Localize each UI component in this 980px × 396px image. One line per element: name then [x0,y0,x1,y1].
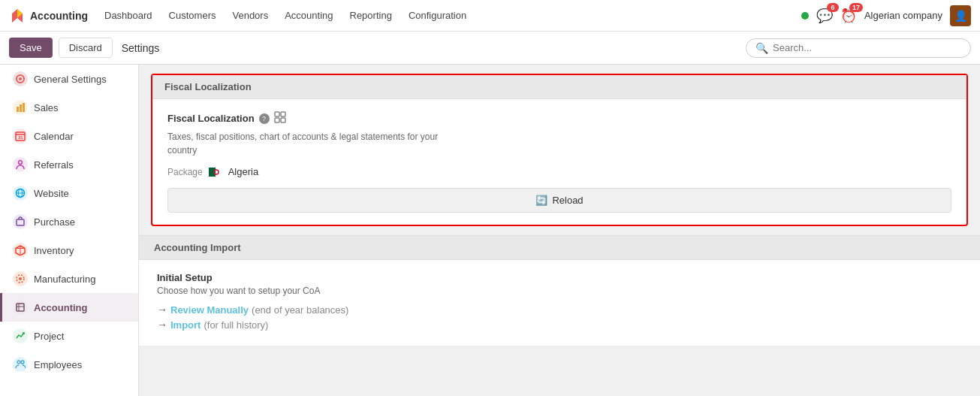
svg-text:31: 31 [18,135,23,140]
company-name[interactable]: Algerian company [864,10,942,21]
reload-button[interactable]: 🔄 Reload [167,188,951,213]
fiscal-box-content: Fiscal Localization ? Taxes, fiscal posi… [152,99,966,225]
brand-name: Accounting [30,10,88,22]
nav-accounting[interactable]: Accounting [277,6,340,25]
svg-rect-26 [281,112,285,116]
search-icon: 🔍 [755,42,768,54]
nav-reporting[interactable]: Reporting [342,6,400,25]
svg-rect-28 [281,118,285,122]
svg-point-18 [19,277,22,280]
app-logo[interactable]: Accounting [9,8,88,24]
search-input[interactable] [773,42,961,53]
general-settings-icon [13,71,28,86]
user-avatar[interactable]: 👤 [950,5,971,26]
sidebar-item-inventory[interactable]: Inventory [0,236,138,265]
fiscal-localization-box: Fiscal Localization Fiscal Localization … [151,74,968,226]
top-navigation: Accounting Dashboard Customers Vendors A… [0,0,980,32]
project-icon [13,328,28,343]
save-button[interactable]: Save [9,38,53,58]
svg-point-10 [19,161,23,165]
app-logo-icon [9,8,26,24]
package-value: Algeria [228,166,258,177]
accounting-import-title: Accounting Import [154,242,241,253]
manufacturing-icon [13,271,28,286]
chat-badge[interactable]: 💬 6 [816,8,833,24]
review-manually-link-item[interactable]: → Review Manually (end of year balances) [157,304,962,316]
sidebar-item-general-settings[interactable]: General Settings [0,65,138,93]
nav-customers[interactable]: Customers [161,6,224,25]
package-label: Package [167,167,203,177]
content-area: Fiscal Localization Fiscal Localization … [139,65,980,396]
employees-icon [13,357,28,372]
fiscal-section-header: Fiscal Localization [164,81,252,92]
import-link[interactable]: Import [170,319,201,331]
employees-label: Employees [34,359,82,370]
website-icon [13,186,28,201]
fiscal-title: Fiscal Localization [167,113,255,124]
svg-rect-5 [20,104,22,112]
review-manually-link[interactable]: Review Manually [170,304,249,316]
sales-icon [13,100,28,115]
sales-label: Sales [34,102,59,113]
sidebar-item-accounting[interactable]: Accounting [0,293,138,322]
sidebar-item-project[interactable]: Project [0,322,138,350]
status-dot [801,12,809,20]
svg-rect-25 [275,112,279,116]
grid-icon[interactable] [274,111,286,125]
nav-vendors[interactable]: Vendors [225,6,276,25]
sidebar-item-purchase[interactable]: Purchase [0,207,138,236]
referrals-label: Referrals [34,159,74,171]
sidebar-item-website[interactable]: Website [0,179,138,207]
sidebar-item-calendar[interactable]: 31 Calendar [0,122,138,150]
sidebar-item-referrals[interactable]: Referrals [0,150,138,179]
svg-rect-20 [17,304,24,311]
help-icon[interactable]: ? [259,113,270,124]
package-row: Package Algeria [167,166,951,177]
algeria-flag-icon [209,168,222,177]
general-settings-label: General Settings [34,74,107,85]
nav-menu: Dashboard Customers Vendors Accounting R… [97,6,798,25]
nav-dashboard[interactable]: Dashboard [97,6,160,25]
manufacturing-label: Manufacturing [34,274,95,285]
svg-rect-6 [23,103,25,112]
nav-right-area: 💬 6 ⏰ 17 Algerian company 👤 [801,5,971,26]
website-label: Website [34,188,69,199]
accounting-import-body: Initial Setup Choose how you want to set… [139,260,980,346]
main-layout: General Settings Sales 31 Calendar Refer… [0,65,980,396]
toolbar: Save Discard Settings 🔍 [0,32,980,65]
sidebar: General Settings Sales 31 Calendar Refer… [0,65,139,396]
calendar-icon: 31 [13,128,28,144]
import-link-item[interactable]: → Import (for full history) [157,319,962,331]
sidebar-item-manufacturing[interactable]: Manufacturing [0,265,138,293]
inventory-icon [13,243,28,258]
discard-button[interactable]: Discard [59,38,113,58]
sidebar-item-sales[interactable]: Sales [0,93,138,122]
clock-count: 17 [849,3,863,12]
reload-icon: 🔄 [535,195,547,206]
import-suffix: (for full history) [204,319,268,331]
review-arrow-icon: → [157,304,167,316]
clock-badge[interactable]: ⏰ 17 [840,8,857,24]
review-suffix: (end of year balances) [252,304,348,316]
svg-point-24 [21,361,24,364]
search-bar[interactable]: 🔍 [746,38,971,58]
referrals-icon [13,157,28,172]
svg-point-3 [19,77,22,80]
svg-rect-27 [275,118,279,122]
initial-setup-description: Choose how you want to setup your CoA [157,286,962,296]
accounting-import-header: Accounting Import [139,235,980,260]
purchase-label: Purchase [34,216,75,228]
svg-rect-14 [17,219,24,225]
fiscal-title-row: Fiscal Localization ? [167,111,951,125]
accounting-label: Accounting [34,302,88,313]
svg-point-23 [17,361,20,364]
settings-label: Settings [122,42,160,54]
initial-setup-title: Initial Setup [157,272,962,283]
accounting-icon [13,300,28,315]
svg-rect-4 [17,107,19,112]
sidebar-item-employees[interactable]: Employees [0,350,138,379]
purchase-icon [13,214,28,229]
reload-label: Reload [552,195,583,206]
nav-configuration[interactable]: Configuration [401,6,474,25]
project-label: Project [34,331,64,342]
